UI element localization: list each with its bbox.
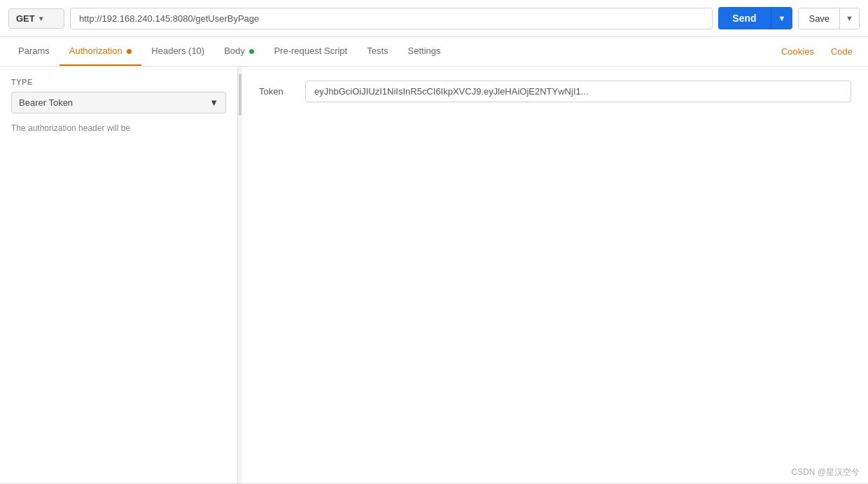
send-dropdown-button[interactable]: ▼ (771, 7, 793, 29)
watermark: CSDN @星汉空兮 (791, 466, 860, 478)
method-dropdown[interactable]: GET ▼ (8, 8, 64, 29)
save-button[interactable]: Save (799, 8, 839, 29)
authorization-dot (127, 49, 132, 54)
send-button[interactable]: Send (718, 7, 770, 29)
code-link[interactable]: Code (824, 38, 860, 65)
tab-params[interactable]: Params (8, 37, 59, 66)
method-label: GET (16, 13, 35, 24)
tab-tests[interactable]: Tests (357, 37, 398, 66)
auth-helper-text: The authorization header will be (11, 123, 226, 133)
auth-right-panel: Token (242, 67, 868, 483)
save-dropdown-button[interactable]: ▼ (839, 8, 859, 29)
token-input[interactable] (305, 81, 851, 102)
auth-content: TYPE Bearer Token ▼ The authorization he… (0, 67, 868, 483)
tab-headers[interactable]: Headers (10) (141, 37, 214, 66)
auth-left-panel: TYPE Bearer Token ▼ The authorization he… (0, 67, 238, 483)
top-bar: GET ▼ Send ▼ Save ▼ (0, 0, 868, 37)
tab-right-group: Cookies Code (774, 38, 860, 65)
request-tab-bar: Params Authorization Headers (10) Body P… (0, 37, 868, 67)
type-value: Bearer Token (19, 97, 73, 108)
scroll-thumb[interactable] (239, 74, 241, 116)
token-label: Token (259, 86, 294, 97)
url-input[interactable] (70, 8, 713, 29)
type-select[interactable]: Bearer Token ▼ (11, 92, 226, 113)
tab-prerequest[interactable]: Pre-request Script (264, 37, 357, 66)
method-chevron-icon: ▼ (38, 15, 45, 22)
type-label: TYPE (11, 78, 226, 86)
send-btn-group: Send ▼ (718, 7, 792, 29)
type-chevron-icon: ▼ (209, 97, 218, 108)
cookies-link[interactable]: Cookies (774, 38, 821, 65)
token-row: Token (259, 81, 851, 102)
tab-body[interactable]: Body (214, 37, 264, 66)
tab-settings[interactable]: Settings (398, 37, 451, 66)
tab-authorization[interactable]: Authorization (59, 37, 142, 66)
save-btn-group: Save ▼ (798, 8, 860, 29)
body-dot (249, 49, 254, 54)
